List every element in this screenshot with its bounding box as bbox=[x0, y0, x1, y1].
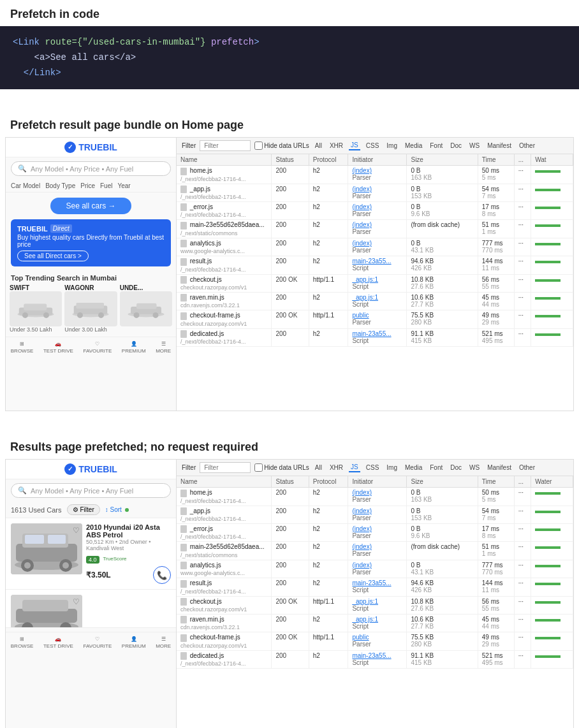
filter-css-bottom[interactable]: CSS bbox=[364, 463, 381, 472]
cell-more: ··· bbox=[514, 614, 531, 632]
filter-input-top[interactable] bbox=[200, 140, 251, 151]
col-name-top[interactable]: Name bbox=[177, 154, 272, 166]
filter-all-bottom[interactable]: All bbox=[313, 463, 324, 472]
table-row[interactable]: analytics.js www.google-analytics.c... 2… bbox=[177, 238, 573, 256]
car-listing-1[interactable]: ♡ 2010 Hyundai i20 Asta ABS Petrol 50,51… bbox=[6, 518, 176, 590]
table-row[interactable]: dedicated.js /_next/0fecbba2-1716-4... 2… bbox=[177, 328, 573, 346]
cell-name: _app.js /_next/0fecbba2-1716-4... bbox=[177, 506, 272, 523]
filter-font-top[interactable]: Font bbox=[428, 142, 444, 150]
filter-body-type[interactable]: Body Type bbox=[45, 182, 75, 189]
nav-browse-results[interactable]: ⊞ BROWSE bbox=[11, 636, 34, 649]
filter-ws-top[interactable]: WS bbox=[467, 142, 481, 150]
table-row[interactable]: checkout-frame.js checkout.razorpay.com/… bbox=[177, 632, 573, 650]
col-size-bottom[interactable]: Size bbox=[407, 476, 478, 488]
filter-input-bottom[interactable] bbox=[200, 462, 251, 473]
search-placeholder-results: Any Model • Any Price • Any Fuel bbox=[31, 487, 133, 495]
filter-manifest-bottom[interactable]: Manifest bbox=[485, 463, 513, 472]
filter-css-top[interactable]: CSS bbox=[364, 142, 381, 150]
filter-year[interactable]: Year bbox=[117, 182, 130, 189]
table-row[interactable]: result.js /_next/0fecbba2-1716-4... 200 … bbox=[177, 578, 573, 596]
filter-font-bottom[interactable]: Font bbox=[428, 463, 444, 472]
car-listing-name-1: 2010 Hyundai i20 Asta ABS Petrol bbox=[86, 523, 171, 539]
filter-other-bottom[interactable]: Other bbox=[517, 463, 537, 472]
search-bar-top[interactable]: 🔍 Any Model • Any Price • Any Fuel bbox=[11, 161, 171, 176]
table-row[interactable]: _error.js /_next/0fecbba2-1716-4... 200 … bbox=[177, 202, 573, 220]
cell-name: analytics.js www.google-analytics.c... bbox=[177, 560, 272, 578]
col-name-bottom[interactable]: Name bbox=[177, 476, 272, 488]
nav-favourite[interactable]: ♡ FAVOURITE bbox=[83, 341, 112, 354]
col-protocol-bottom[interactable]: Protocol bbox=[309, 476, 348, 488]
col-initiator-bottom[interactable]: Initiator bbox=[348, 476, 407, 488]
filter-fuel[interactable]: Fuel bbox=[100, 182, 112, 189]
heart-icon-1[interactable]: ♡ bbox=[73, 526, 80, 535]
nav-premium[interactable]: 👤 PREMIUM bbox=[122, 341, 146, 354]
col-status-bottom[interactable]: Status bbox=[272, 476, 309, 488]
filter-doc-bottom[interactable]: Doc bbox=[448, 463, 464, 472]
table-row[interactable]: _app.js /_next/0fecbba2-1716-4... 200 h2… bbox=[177, 184, 573, 201]
table-row[interactable]: checkout.js checkout.razorpay.com/v1 200… bbox=[177, 596, 573, 614]
direct-banner-link[interactable]: See all Direct cars > bbox=[17, 251, 89, 261]
panel-row-top: ✓ TRUEBIL 🔍 Any Model • Any Price • Any … bbox=[5, 137, 574, 411]
network-table-wrapper-bottom: Name Status Protocol Initiator Size Time… bbox=[177, 476, 573, 669]
filter-ws-bottom[interactable]: WS bbox=[467, 463, 481, 472]
nav-more[interactable]: ☰ MORE bbox=[156, 341, 171, 354]
filter-manifest-top[interactable]: Manifest bbox=[485, 142, 513, 150]
cell-more: ··· bbox=[514, 274, 531, 292]
car-listing-2[interactable]: ♡ bbox=[6, 590, 176, 628]
col-protocol-top[interactable]: Protocol bbox=[309, 154, 348, 166]
col-status-top[interactable]: Status bbox=[272, 154, 309, 166]
nav-more-results[interactable]: ☰ MORE bbox=[156, 636, 171, 649]
nav-test-drive-results[interactable]: 🚗 TEST DRIVE bbox=[43, 636, 73, 649]
filter-media-bottom[interactable]: Media bbox=[403, 463, 424, 472]
table-row[interactable]: raven.min.js cdn.ravenjs.com/3.22.1 200 … bbox=[177, 614, 573, 632]
see-all-button[interactable]: See all cars → bbox=[50, 198, 131, 214]
heart-icon-2[interactable]: ♡ bbox=[73, 597, 80, 606]
table-row[interactable]: _app.js /_next/0fecbba2-1716-4... 200 h2… bbox=[177, 506, 573, 523]
table-row[interactable]: main-23e55d62e85daea... /_next/static/co… bbox=[177, 220, 573, 238]
table-row[interactable]: home.js /_next/0fecbba2-1716-4... 200 h2… bbox=[177, 488, 573, 506]
hide-data-urls-top[interactable]: Hide data URLs bbox=[254, 142, 309, 150]
table-row[interactable]: analytics.js www.google-analytics.c... 2… bbox=[177, 560, 573, 578]
table-row[interactable]: result.js /_next/0fecbba2-1716-4... 200 … bbox=[177, 256, 573, 274]
nav-test-drive[interactable]: 🚗 TEST DRIVE bbox=[43, 341, 73, 354]
nav-browse[interactable]: ⊞ BROWSE bbox=[11, 341, 34, 354]
col-size-top[interactable]: Size bbox=[407, 154, 478, 166]
table-row[interactable]: home.js /_next/0fecbba2-1716-4... 200 h2… bbox=[177, 166, 573, 184]
filter-js-top[interactable]: JS bbox=[349, 141, 360, 150]
nav-premium-results[interactable]: 👤 PREMIUM bbox=[122, 636, 146, 649]
filter-doc-top[interactable]: Doc bbox=[448, 142, 464, 150]
filter-media-top[interactable]: Media bbox=[403, 142, 424, 150]
filter-button[interactable]: ⚙ Filter bbox=[67, 504, 100, 515]
cell-size: 91.1 KB415 KB bbox=[407, 650, 478, 668]
cell-name: checkout-frame.js checkout.razorpay.com/… bbox=[177, 632, 272, 650]
filter-price[interactable]: Price bbox=[80, 182, 95, 189]
cell-waterfall bbox=[531, 650, 573, 668]
cell-more: ··· bbox=[514, 256, 531, 274]
filter-xhr-top[interactable]: XHR bbox=[328, 142, 345, 150]
table-row[interactable]: checkout-frame.js checkout.razorpay.com/… bbox=[177, 310, 573, 328]
sort-button[interactable]: ↕ Sort bbox=[105, 506, 129, 513]
filter-car-model[interactable]: Car Model bbox=[11, 182, 40, 189]
filter-other-top[interactable]: Other bbox=[517, 142, 537, 150]
table-row[interactable]: raven.min.js cdn.ravenjs.com/3.22.1 200 … bbox=[177, 292, 573, 310]
nav-premium-label: PREMIUM bbox=[122, 348, 146, 354]
phone-icon-1[interactable]: 📞 bbox=[153, 566, 171, 584]
search-bar-results[interactable]: 🔍 Any Model • Any Price • Any Fuel bbox=[11, 483, 171, 498]
filter-img-top[interactable]: Img bbox=[385, 142, 399, 150]
cell-status: 200 bbox=[272, 202, 309, 220]
table-row[interactable]: checkout.js checkout.razorpay.com/v1 200… bbox=[177, 274, 573, 292]
col-time-bottom[interactable]: Time bbox=[478, 476, 514, 488]
filter-img-bottom[interactable]: Img bbox=[385, 463, 399, 472]
hide-data-urls-bottom[interactable]: Hide data URLs bbox=[254, 463, 309, 472]
car-swift: SWIFT Under 3.50 Lakh bbox=[10, 284, 62, 333]
filter-js-bottom[interactable]: JS bbox=[349, 463, 360, 472]
table-row[interactable]: dedicated.js /_next/0fecbba2-1716-4... 2… bbox=[177, 650, 573, 668]
col-time-top[interactable]: Time bbox=[478, 154, 514, 166]
table-row[interactable]: _error.js /_next/0fecbba2-1716-4... 200 … bbox=[177, 524, 573, 542]
nav-favourite-results[interactable]: ♡ FAVOURITE bbox=[83, 636, 112, 649]
filter-all-top[interactable]: All bbox=[313, 142, 324, 150]
car-third-name: Unde... bbox=[120, 284, 172, 291]
col-initiator-top[interactable]: Initiator bbox=[348, 154, 407, 166]
table-row[interactable]: main-23e55d62e85daea... /_next/static/co… bbox=[177, 542, 573, 560]
filter-xhr-bottom[interactable]: XHR bbox=[328, 463, 345, 472]
